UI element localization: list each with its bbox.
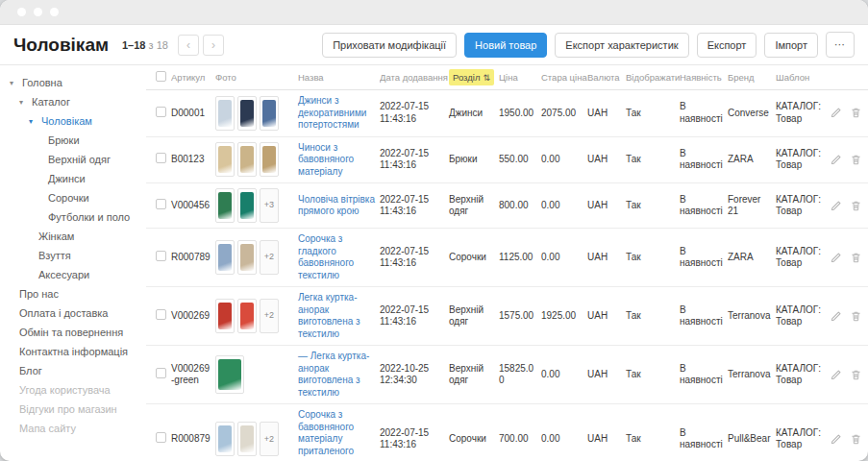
product-name-link[interactable]: Сорочка з гладкого бавовняного текстилю	[298, 233, 354, 280]
column-header-label: Ціна	[499, 72, 518, 83]
sidebar-item[interactable]: Брюки	[0, 131, 146, 150]
more-photos-badge[interactable]: +3	[260, 188, 279, 223]
delete-button[interactable]	[850, 154, 862, 166]
delete-button[interactable]	[850, 369, 862, 381]
more-actions-button[interactable]: ⋯	[826, 32, 855, 58]
column-header[interactable]: Розділ⇅	[449, 69, 499, 85]
sidebar-item[interactable]: ▾Каталог	[0, 92, 146, 111]
column-header[interactable]: Ціна	[499, 72, 541, 83]
delete-button[interactable]	[850, 107, 862, 119]
column-header[interactable]: Дата додавання	[380, 72, 449, 83]
hide-modifications-button[interactable]: Приховати модифікації	[322, 33, 457, 58]
template-line-1: КАТАЛОГ:	[776, 304, 825, 317]
export-characteristics-button[interactable]: Експорт характеристик	[555, 33, 688, 58]
row-checkbox[interactable]	[156, 251, 166, 261]
sidebar-item[interactable]: Відгуки про магазин	[0, 400, 146, 419]
column-header[interactable]: Фото	[215, 72, 298, 83]
sidebar-item[interactable]: Оплата і доставка	[0, 303, 146, 323]
next-page-button[interactable]: ›	[203, 35, 224, 56]
sidebar-item[interactable]: ▾Головна	[0, 73, 146, 92]
template-line-2: Товар	[776, 113, 825, 126]
sidebar-item[interactable]: Контактна інформація	[0, 342, 146, 361]
sidebar-item-label: Про нас	[19, 288, 59, 300]
cell-old-price: 1925.00	[541, 305, 587, 328]
column-header[interactable]: Артикул	[171, 72, 215, 83]
row-checkbox[interactable]	[156, 153, 166, 163]
sidebar-item[interactable]: Взуття	[0, 246, 146, 265]
photo-list	[215, 96, 293, 131]
more-photos-badge[interactable]: +2	[260, 240, 279, 275]
product-name-link[interactable]: Чиноси з бавовняного матеріалу	[298, 142, 354, 177]
chevron-down-icon[interactable]: ▾	[19, 98, 28, 107]
sidebar-item[interactable]: ▾Чоловікам	[0, 111, 146, 131]
cell-sku: V000269	[171, 305, 215, 328]
column-header[interactable]: Шаблон	[776, 72, 830, 83]
edit-button[interactable]	[830, 107, 842, 119]
window-dot[interactable]	[17, 8, 26, 16]
template-line-2: Товар	[776, 316, 825, 328]
sidebar-item[interactable]: Обмін та повернення	[0, 323, 146, 342]
row-checkbox[interactable]	[156, 309, 166, 320]
chevron-down-icon[interactable]: ▾	[29, 117, 37, 126]
cell-display: Так	[626, 364, 680, 386]
row-checkbox[interactable]	[156, 199, 166, 209]
delete-button[interactable]	[850, 252, 862, 264]
sidebar-item[interactable]: Сорочки	[0, 188, 146, 207]
more-photos-badge[interactable]: +2	[260, 299, 279, 333]
product-name-link[interactable]: Сорочка з бавовняного матеріалу притален…	[298, 409, 354, 460]
cell-brand: ZARA	[728, 149, 776, 171]
sidebar-item[interactable]: Жінкам	[0, 227, 146, 246]
cell-section: Верхній одяг	[449, 358, 499, 392]
sidebar-item[interactable]: Футболки и поло	[0, 207, 146, 227]
edit-button[interactable]	[830, 154, 842, 166]
edit-button[interactable]	[830, 433, 842, 446]
chevron-down-icon[interactable]: ▾	[10, 79, 18, 87]
sidebar-item[interactable]: Блог	[0, 361, 146, 380]
product-photo	[215, 422, 235, 456]
sidebar-item-label: Чоловікам	[41, 115, 92, 127]
table-row: V000456 +3 Чоловіча вітрівка прямого кро…	[146, 183, 868, 229]
select-all-checkbox[interactable]	[156, 71, 166, 82]
new-product-button[interactable]: Новий товар	[464, 33, 547, 58]
table-body: D00001 Джинси з декоративними потертостя…	[146, 90, 868, 460]
edit-button[interactable]	[830, 200, 842, 212]
product-name-link[interactable]: Джинси з декоративними потертостями	[298, 95, 366, 130]
sidebar-item[interactable]: Мапа сайту	[0, 419, 146, 438]
prev-page-button[interactable]: ‹	[178, 35, 199, 56]
row-checkbox[interactable]	[156, 432, 166, 443]
sidebar-item[interactable]: Угода користувача	[0, 380, 146, 400]
import-button[interactable]: Імпорт	[764, 33, 818, 58]
cell-checkbox	[146, 102, 171, 126]
edit-button[interactable]	[830, 252, 842, 264]
column-header-label: Бренд	[728, 72, 755, 83]
product-name-link[interactable]: Чоловіча вітрівка прямого крою	[298, 194, 375, 217]
column-header[interactable]: Бренд	[728, 72, 776, 83]
window-dot[interactable]	[34, 8, 42, 16]
delete-button[interactable]	[850, 200, 862, 212]
product-name-link[interactable]: Легка куртка-анорак виготовлена з тексти…	[298, 292, 360, 339]
photo-list: +3	[215, 188, 293, 223]
column-header[interactable]: Наявність	[680, 72, 728, 83]
column-header[interactable]: Валюта	[587, 72, 626, 83]
delete-button[interactable]	[850, 310, 862, 323]
sidebar-item[interactable]: Про нас	[0, 284, 146, 303]
row-checkbox[interactable]	[156, 107, 166, 117]
column-header[interactable]: Стара ціна	[541, 72, 587, 83]
column-header[interactable]: Назва	[298, 72, 380, 83]
window-dot[interactable]	[50, 8, 59, 16]
export-button[interactable]: Експорт	[697, 33, 757, 58]
delete-button[interactable]	[850, 433, 862, 446]
column-header[interactable]: Відображати	[626, 72, 680, 83]
highlighted-sort-column[interactable]: Розділ⇅	[449, 69, 494, 85]
row-checkbox[interactable]	[156, 368, 166, 378]
edit-button[interactable]	[830, 369, 842, 381]
sidebar-item[interactable]: Верхній одяг	[0, 150, 146, 169]
sidebar-item-label: Аксесуари	[38, 269, 89, 280]
product-name-link[interactable]: — Легка куртка-анорак виготовлена з текс…	[298, 351, 369, 398]
cell-availability: В наявності	[680, 189, 728, 223]
sidebar-item[interactable]: Джинси	[0, 169, 146, 188]
sort-icon[interactable]: ⇅	[483, 73, 490, 83]
sidebar-item[interactable]: Аксесуари	[0, 265, 146, 284]
more-photos-badge[interactable]: +2	[260, 422, 279, 456]
edit-button[interactable]	[830, 310, 842, 323]
